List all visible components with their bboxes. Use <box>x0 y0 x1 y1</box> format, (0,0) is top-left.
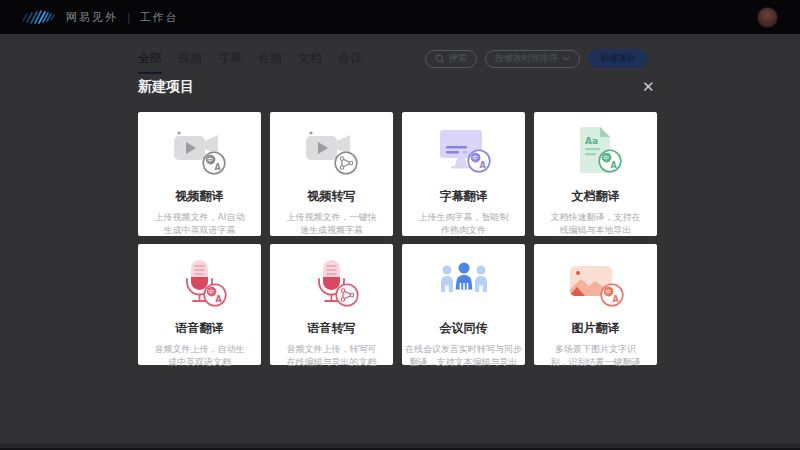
card-image-translate[interactable]: 图片翻译 多场景下图片文字识 别，识别结果一键翻译 <box>534 244 657 365</box>
card-video-translate[interactable]: 视频翻译 上传视频文件，AI自动 生成中英双语字幕 <box>138 112 261 236</box>
category-tabs: 全部 视频 字幕 音频 文档 会议 <box>138 50 362 74</box>
card-title: 语音翻译 <box>176 320 224 337</box>
workspace-label: 工作台 <box>139 10 178 25</box>
user-avatar[interactable] <box>757 7 778 28</box>
tab-all[interactable]: 全部 <box>138 50 162 74</box>
card-title: 文档翻译 <box>572 188 620 205</box>
image-translate-icon <box>566 259 626 311</box>
card-description: 多场景下图片文字识 别，识别结果一键翻译 <box>551 343 641 369</box>
card-title: 会议同传 <box>440 320 488 337</box>
card-description: 音频文件上传，转写可 在线编辑与导出的文档 <box>287 343 377 369</box>
card-audio-transcribe[interactable]: 语音转写 音频文件上传，转写可 在线编辑与导出的文档 <box>270 244 393 365</box>
tab-audio[interactable]: 音频 <box>258 50 282 74</box>
toolbar-controls: 搜索 按修改时间排序 新建项目 <box>425 49 648 68</box>
card-title: 字幕翻译 <box>440 188 488 205</box>
card-description: 上传生肉字幕，智能制 作熟肉文件 <box>419 211 509 237</box>
card-description: 上传视频文件，AI自动 生成中英双语字幕 <box>155 211 245 237</box>
card-description: 音频文件上传，自动生 成中英双语文档 <box>155 343 245 369</box>
search-placeholder: 搜索 <box>449 52 467 65</box>
video-transcribe-icon <box>302 127 362 179</box>
tab-video[interactable]: 视频 <box>178 50 202 74</box>
video-translate-icon <box>170 127 230 179</box>
card-audio-translate[interactable]: 语音翻译 音频文件上传，自动生 成中英双语文档 <box>138 244 261 365</box>
project-type-grid: 视频翻译 上传视频文件，AI自动 生成中英双语字幕 视频转写 上传视频文件，一键… <box>138 112 657 365</box>
card-meeting-interpret[interactable]: 会议同传 在线会议发言实时转写与同步 翻译，支持文本编辑与导出 <box>402 244 525 365</box>
tab-meeting[interactable]: 会议 <box>338 50 362 74</box>
card-title: 视频转写 <box>308 188 356 205</box>
meeting-interpret-icon <box>434 259 494 311</box>
card-description: 在线会议发言实时转写与同步 翻译，支持文本编辑与导出 <box>405 343 522 369</box>
chevron-down-icon <box>562 56 570 61</box>
brand-logo-icon <box>22 9 56 25</box>
document-translate-icon: Aa <box>566 127 626 179</box>
tab-subtitle[interactable]: 字幕 <box>218 50 242 74</box>
card-title: 语音转写 <box>308 320 356 337</box>
card-document-translate[interactable]: Aa 文档翻译 文档快速翻译，支持在 线编辑与本地导出 <box>534 112 657 236</box>
card-description: 文档快速翻译，支持在 线编辑与本地导出 <box>551 211 641 237</box>
sort-dropdown[interactable]: 按修改时间排序 <box>485 50 580 68</box>
audio-translate-icon <box>170 259 230 311</box>
tab-document[interactable]: 文档 <box>298 50 322 74</box>
card-subtitle-translate[interactable]: 字幕翻译 上传生肉字幕，智能制 作熟肉文件 <box>402 112 525 236</box>
card-description: 上传视频文件，一键快 速生成视频字幕 <box>287 211 377 237</box>
sort-label: 按修改时间排序 <box>495 52 558 65</box>
brand-divider: | <box>127 12 130 23</box>
card-video-transcribe[interactable]: 视频转写 上传视频文件，一键快 速生成视频字幕 <box>270 112 393 236</box>
search-input[interactable]: 搜索 <box>425 50 477 68</box>
brand-name: 网易见外 <box>66 10 118 25</box>
audio-transcribe-icon <box>302 259 362 311</box>
card-title: 视频翻译 <box>176 188 224 205</box>
modal-title: 新建项目 <box>138 78 194 96</box>
close-icon[interactable]: ✕ <box>642 78 655 96</box>
new-project-button[interactable]: 新建项目 <box>588 49 648 68</box>
app-window: 网易见外 | 工作台 全部 视频 字幕 音频 文档 会议 搜索 按修改时间排序 … <box>0 0 800 450</box>
subtitle-translate-icon <box>434 127 494 179</box>
card-title: 图片翻译 <box>572 320 620 337</box>
svg-text:Aa: Aa <box>585 136 598 146</box>
top-bar: 网易见外 | 工作台 <box>0 0 800 34</box>
search-icon <box>435 54 445 64</box>
